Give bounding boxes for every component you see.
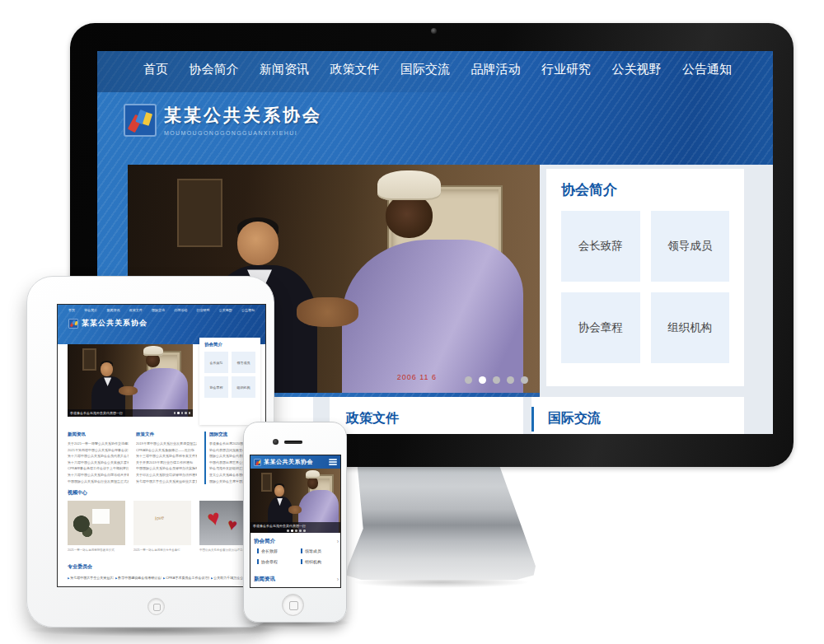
photo-person-left-head [237, 222, 279, 265]
nav-link[interactable]: 品牌活动 [174, 308, 187, 312]
about-link[interactable]: 领导成员 [651, 211, 730, 282]
slider-dot[interactable] [185, 412, 187, 414]
column-title: 新闻资讯 [68, 432, 129, 437]
article-link[interactable]: 第十三届中国公共关系协会章程备案文件通知 [136, 453, 197, 460]
tablet-slider[interactable]: 李道豫会长会见海外贵宾代表团一行 [68, 344, 193, 417]
about-link[interactable]: 组织机构 [232, 376, 255, 398]
photo-person-right-hat [143, 346, 163, 355]
nav-link[interactable]: 行业研究 [541, 62, 591, 77]
about-link[interactable]: 协会章程 [561, 292, 640, 363]
nav-link[interactable]: 品牌活动 [471, 62, 521, 77]
slider-dot-active[interactable] [479, 376, 486, 384]
phone-slider[interactable]: 李道豫会长会见海外贵宾代表团一行 [250, 469, 341, 533]
nav-link[interactable]: 政策文件 [330, 62, 380, 77]
slider-dot[interactable] [521, 376, 528, 384]
section-policy-title: 政策文件 [346, 410, 523, 427]
article-link[interactable]: 关于2021一带一路暨公共关系协作交流概况 [68, 441, 129, 447]
committee-link[interactable]: 数字中国建设峰会传播研讨会举行 [115, 576, 162, 580]
slider-dot[interactable] [507, 376, 514, 384]
nav-link[interactable]: 公关视野 [219, 308, 232, 312]
nav-link[interactable]: 首页 [68, 308, 75, 312]
section-policy: 政策文件 [330, 397, 523, 434]
video-thumbnail[interactable] [68, 501, 125, 545]
about-link[interactable]: 组织机构 [651, 292, 730, 363]
article-link[interactable]: 2019年度中国公共关系行业发展调查报告发布 [136, 441, 197, 447]
about-link[interactable]: 会长致辞 [257, 548, 294, 553]
committee-link[interactable]: CPRA学术委员会工作会议召开 [163, 576, 209, 580]
nav-link[interactable]: 协会简介 [190, 62, 239, 77]
about-link[interactable]: 会长致辞 [561, 211, 640, 282]
about-link[interactable]: 组织机构 [301, 559, 338, 564]
tablet-logo[interactable]: 某某公共关系协会 [68, 318, 147, 329]
nav-link[interactable]: 行业研究 [197, 308, 210, 312]
about-link[interactable]: 领导成员 [301, 548, 338, 553]
article-link[interactable]: 第十六届中国公共关系协会会员代表大会召开 [68, 453, 129, 460]
logo-icon [68, 319, 78, 329]
nav-link[interactable]: 国际交流 [152, 308, 165, 312]
nav-link[interactable]: 首页 [143, 62, 168, 77]
article-link[interactable]: 第十六届中国公共关系协会公关案例大赛启动 [68, 460, 129, 466]
article-link[interactable]: 关于印发公共关系职业培训管理办法的通知 [136, 472, 197, 478]
phone-site: 某某公共关系协会 李道豫会长会见海外贵宾代表团一行 [250, 455, 341, 588]
video-thumbnail[interactable]: love [133, 501, 191, 545]
about-link[interactable]: 协会章程 [204, 376, 228, 398]
logo-ribbon-yellow [74, 320, 77, 325]
article-link[interactable]: 关于开展2019年度行业自律工作的通知 [136, 460, 197, 466]
nav-link[interactable]: 国际交流 [400, 62, 450, 77]
section-accent-bar [531, 407, 534, 432]
phone-section-about: 协会简介 › [254, 538, 339, 545]
tablet-home-button[interactable] [147, 598, 165, 615]
about-links: 会长致辞领导成员协会章程组织机构 [257, 548, 338, 564]
photo-person-right-robe [342, 240, 523, 393]
slider-dot-active[interactable] [291, 530, 293, 532]
tablet-site: 首页协会简介新闻资讯政策文件国际交流品牌活动行业研究公关视野公告通知 某某公共关… [57, 304, 266, 587]
slider-dot[interactable] [181, 412, 184, 414]
slider-caption: 李道豫会长会见海外贵宾代表团一行 [68, 409, 193, 417]
slider-dot[interactable] [287, 530, 289, 532]
slider-dot[interactable] [189, 412, 191, 414]
tablet-nav: 首页协会简介新闻资讯政策文件国际交流品牌活动行业研究公关视野公告通知 [58, 308, 265, 312]
slider-dots [174, 412, 191, 414]
article-link[interactable]: CPRA协会公共关系条例修订——推行版 [136, 447, 197, 454]
chevron-right-icon[interactable]: › [337, 539, 339, 544]
committee-link[interactable]: 第七届中国大学生公关策划大赛启动 [68, 576, 114, 580]
phone-home-button[interactable] [282, 594, 304, 616]
about-link[interactable]: 协会章程 [257, 559, 294, 564]
nav-link[interactable]: 新闻资讯 [260, 62, 309, 77]
photo-person-right-head [307, 477, 318, 489]
nav-link[interactable]: 协会简介 [84, 308, 97, 312]
about-link[interactable]: 领导成员 [232, 352, 255, 373]
slider-dot[interactable] [303, 530, 306, 532]
article-link[interactable]: 2021年第四届中国公共关系协会理事会议召开 [68, 447, 129, 454]
nav-link[interactable]: 公告通知 [682, 62, 732, 77]
nav-link[interactable]: 新闻资讯 [107, 308, 120, 312]
slider-dot[interactable] [174, 412, 176, 414]
chevron-right-icon[interactable]: › [337, 576, 339, 582]
logo-title: 某某公共关系协会 [264, 458, 329, 466]
column-policy: 政策文件 2019年度中国公共关系行业发展调查报告发布CPRA协会公共关系条例修… [136, 432, 197, 484]
logo-icon [124, 104, 157, 137]
article-link[interactable]: 中国国际公共关系协会会员管理办法实施细则 [136, 465, 197, 472]
about-link[interactable]: 会长致辞 [204, 352, 228, 373]
nav-link[interactable]: 公关视野 [612, 62, 662, 77]
nav-link[interactable]: 政策文件 [129, 308, 143, 312]
article-link[interactable]: CPRA理事会换届工作会议于上午顺利举行 [68, 465, 129, 472]
tablet-frame: 首页协会简介新闻资讯政策文件国际交流品牌活动行业研究公关视野公告通知 某某公共关… [26, 276, 274, 628]
about-links: 会长致辞领导成员协会章程组织机构 [561, 211, 729, 363]
site-logo[interactable]: 某某公共关系协会 MOUMOUGONGGONGGUANXIXIEHUI [124, 104, 322, 137]
slider-dot[interactable] [465, 376, 472, 384]
slider-dot[interactable] [493, 376, 500, 384]
nav-link[interactable]: 公告通知 [241, 308, 255, 312]
slider-photo[interactable] [68, 344, 193, 417]
slider-dot[interactable] [295, 530, 297, 532]
slider-dot-active[interactable] [177, 412, 180, 414]
slider-caption-text: 李道豫会长会见海外贵宾代表团一行 [253, 524, 306, 528]
logo-title: 某某公共关系协会 [164, 104, 322, 127]
main-nav: 首页协会简介新闻资讯政策文件国际交流品牌活动行业研究公关视野公告通知 [97, 62, 773, 77]
slider-dot[interactable] [299, 530, 302, 532]
speaker-icon [284, 441, 302, 444]
hamburger-menu-icon[interactable] [329, 458, 337, 467]
article-link[interactable]: 中国国际公共关系协会行业发展报告正式发布 [68, 478, 129, 485]
article-link[interactable]: 第十六届中国公共关系协会品牌活动月开幕 [68, 472, 129, 478]
article-link[interactable]: 第七届中国大学生公共关系策划创业大赛文件 [136, 478, 197, 485]
